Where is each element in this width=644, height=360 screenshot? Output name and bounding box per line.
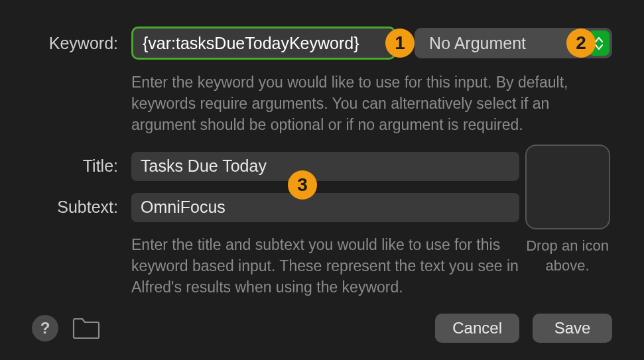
subtext-input[interactable] <box>131 193 519 222</box>
title-subtext-helper-text: Enter the title and subtext you would li… <box>131 234 529 298</box>
argument-select[interactable]: No Argument <box>415 28 612 58</box>
help-icon[interactable]: ? <box>32 315 58 341</box>
keyword-label: Keyword: <box>32 34 118 53</box>
save-button[interactable]: Save <box>533 314 612 343</box>
icon-well-label: Drop an icon above. <box>523 236 612 275</box>
keyword-input[interactable] <box>131 27 396 60</box>
chevron-up-down-icon <box>588 30 610 56</box>
cancel-button[interactable]: Cancel <box>435 314 519 343</box>
title-label: Title: <box>32 156 118 176</box>
icon-drop-well[interactable] <box>525 145 610 229</box>
title-input[interactable] <box>131 152 519 181</box>
keyword-helper-text: Enter the keyword you would like to use … <box>131 72 612 136</box>
subtext-label: Subtext: <box>32 198 118 217</box>
argument-select-value: No Argument <box>429 34 588 53</box>
folder-icon[interactable] <box>72 317 101 339</box>
